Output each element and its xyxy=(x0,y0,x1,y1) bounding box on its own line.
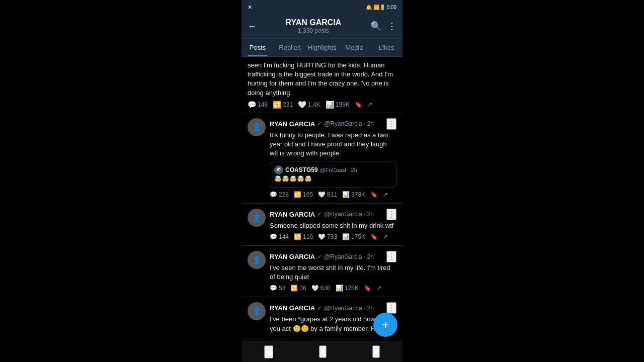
tweet-header-1: RYAN GARCIA ✓ @RyanGarcia · 2h ⋮ xyxy=(270,118,396,130)
verified-badge-3: ✓ xyxy=(317,253,322,260)
bookmark-2[interactable]: 🔖 xyxy=(370,233,378,240)
tweet-more-3[interactable]: ⋮ xyxy=(386,251,396,262)
user-info-1: RYAN GARCIA ✓ @RyanGarcia · 2h xyxy=(270,120,374,128)
retweet-action[interactable]: 🔁 231 xyxy=(273,101,293,109)
tab-likes[interactable]: Likes xyxy=(370,39,403,56)
views-action: 📊 199K xyxy=(326,101,350,109)
tweet-handle-3: @RyanGarcia · 2h xyxy=(324,253,374,260)
partial-tweet-actions: 💬 148 🔁 231 🤍 1.4K 📊 199K 🔖 xyxy=(248,101,396,109)
retweet-count: 231 xyxy=(283,101,293,108)
share-2[interactable]: ↗ xyxy=(383,233,388,240)
tweet-name-4: RYAN GARCIA xyxy=(270,304,315,312)
retweet-2[interactable]: 🔁 116 xyxy=(294,233,313,240)
views-icon-3: 📊 xyxy=(336,285,343,292)
share-icon: ↗ xyxy=(367,101,372,108)
bookmark-action[interactable]: 🔖 xyxy=(355,101,362,108)
tabs-bar: Posts Replies Highlights Media Likes xyxy=(242,39,403,57)
like-3[interactable]: 🤍 630 xyxy=(311,285,331,292)
header-right: 🔍 ⋮ xyxy=(370,21,396,32)
reply-3[interactable]: 💬 53 xyxy=(270,285,285,292)
views-icon: 📊 xyxy=(326,101,334,109)
tweet-handle-2: @RyanGarcia · 2h xyxy=(324,211,374,218)
partial-top-tweet: seen I'm fucking HURTING for the kids. H… xyxy=(242,57,403,113)
reply-icon-3: 💬 xyxy=(270,285,277,292)
bookmark-icon-2: 🔖 xyxy=(370,233,378,240)
tweet-more-2[interactable]: ⋮ xyxy=(386,209,396,220)
share-1[interactable]: ↗ xyxy=(383,191,388,198)
search-button[interactable]: 🔍 xyxy=(370,21,381,32)
like-icon: 🤍 xyxy=(298,101,306,109)
like-icon-2: 🤍 xyxy=(318,233,326,240)
like-count: 1.4K xyxy=(308,101,320,108)
reply-1[interactable]: 💬 228 xyxy=(270,191,289,198)
retweet-icon-2: 🔁 xyxy=(294,233,301,240)
post-count: 1,330 posts xyxy=(257,27,370,34)
header-left: ← xyxy=(248,21,257,32)
tweet-body-2: RYAN GARCIA ✓ @RyanGarcia · 2h ⋮ Someone… xyxy=(270,209,396,240)
reply-icon-2: 💬 xyxy=(270,233,277,240)
quote-avatar-1: 🌊 xyxy=(274,165,283,174)
tweet-text-2: Someone slipped some shit in my drink wt… xyxy=(270,221,396,230)
tweet-actions-2: 💬 144 🔁 116 🤍 733 📊 175K 🔖 ↗ xyxy=(270,233,396,240)
status-left: ✕ xyxy=(248,4,252,11)
phone-wrapper: ✕ 🔔 📶🔋 0:00 ← RYAN GARCIA 1,330 posts 🔍 … xyxy=(242,0,403,362)
partial-tweet-text: seen I'm fucking HURTING for the kids. H… xyxy=(248,61,396,98)
retweet-icon: 🔁 xyxy=(273,101,281,109)
share-icon-3: ↗ xyxy=(376,285,381,292)
nav-home-button[interactable]: ● xyxy=(319,345,327,358)
verified-badge-4: ✓ xyxy=(317,305,322,312)
like-icon-3: 🤍 xyxy=(311,285,319,292)
tweet-handle-4: @RyanGarcia · 2h xyxy=(324,305,374,312)
user-info-4: RYAN GARCIA ✓ @RyanGarcia · 2h xyxy=(270,304,374,312)
more-button[interactable]: ⋮ xyxy=(387,21,396,32)
compose-fab[interactable]: + xyxy=(373,313,397,337)
tab-replies[interactable]: Replies xyxy=(274,39,306,56)
quote-handle-1: @FnCoast · 2h xyxy=(320,167,357,173)
profile-name: RYAN GARCIA xyxy=(257,18,370,27)
tweet-1: 👤 RYAN GARCIA ✓ @RyanGarcia · 2h ⋮ It's … xyxy=(242,113,403,204)
share-action[interactable]: ↗ xyxy=(367,101,372,108)
tab-posts[interactable]: Posts xyxy=(242,39,274,56)
tweet-more-4[interactable]: ⋮ xyxy=(386,302,396,314)
tweet-3: 👤 RYAN GARCIA ✓ @RyanGarcia · 2h ⋮ I've … xyxy=(242,246,403,297)
reply-count: 148 xyxy=(258,101,268,108)
share-3[interactable]: ↗ xyxy=(376,285,381,292)
tweet-2: 👤 RYAN GARCIA ✓ @RyanGarcia · 2h ⋮ Someo… xyxy=(242,204,403,246)
bookmark-icon: 🔖 xyxy=(355,101,362,108)
tweet-name-2: RYAN GARCIA xyxy=(270,211,315,218)
retweet-icon-3: 🔁 xyxy=(290,285,298,292)
verified-badge-2: ✓ xyxy=(317,211,322,218)
like-1[interactable]: 🤍 811 xyxy=(318,191,337,198)
avatar-4: 👤 xyxy=(248,302,266,320)
like-action[interactable]: 🤍 1.4K xyxy=(298,101,320,109)
tweet-text-3: I've seen the worst shit in my life. I'm… xyxy=(270,263,396,282)
retweet-1[interactable]: 🔁 165 xyxy=(294,191,313,198)
tab-media[interactable]: Media xyxy=(338,39,370,56)
views-3: 📊 125K xyxy=(336,285,359,292)
tweet-more-1[interactable]: ⋮ xyxy=(386,118,396,130)
reply-2[interactable]: 💬 144 xyxy=(270,233,289,240)
bookmark-icon-3: 🔖 xyxy=(364,285,371,292)
tweet-actions-1: 💬 228 🔁 165 🤍 811 📊 378K 🔖 ↗ xyxy=(270,191,396,198)
user-info-3: RYAN GARCIA ✓ @RyanGarcia · 2h xyxy=(270,253,374,260)
quote-name-1: COASTG59 xyxy=(285,166,318,173)
tab-highlights[interactable]: Highlights xyxy=(306,39,338,56)
reply-icon: 💬 xyxy=(248,101,256,109)
tweet-feed: seen I'm fucking HURTING for the kids. H… xyxy=(242,57,403,334)
quote-text-1: 🤯🤯🤯🤯🤯 xyxy=(274,175,392,184)
tweet-header-3: RYAN GARCIA ✓ @RyanGarcia · 2h ⋮ xyxy=(270,251,396,262)
like-icon-1: 🤍 xyxy=(318,191,326,198)
tweet-name-1: RYAN GARCIA xyxy=(270,120,315,128)
reply-action[interactable]: 💬 148 xyxy=(248,101,268,109)
bottom-nav: ◀ ● ■ xyxy=(242,341,403,362)
retweet-3[interactable]: 🔁 36 xyxy=(290,285,306,292)
share-icon-2: ↗ xyxy=(383,233,388,240)
tweet-body-1: RYAN GARCIA ✓ @RyanGarcia · 2h ⋮ It's fu… xyxy=(270,118,396,198)
like-2[interactable]: 🤍 733 xyxy=(318,233,337,240)
back-button[interactable]: ← xyxy=(248,21,257,32)
bookmark-1[interactable]: 🔖 xyxy=(370,191,378,198)
bookmark-3[interactable]: 🔖 xyxy=(364,285,371,292)
nav-square-button[interactable]: ■ xyxy=(372,345,380,358)
nav-back-button[interactable]: ◀ xyxy=(264,345,273,358)
tweet-header-4: RYAN GARCIA ✓ @RyanGarcia · 2h ⋮ xyxy=(270,302,396,314)
